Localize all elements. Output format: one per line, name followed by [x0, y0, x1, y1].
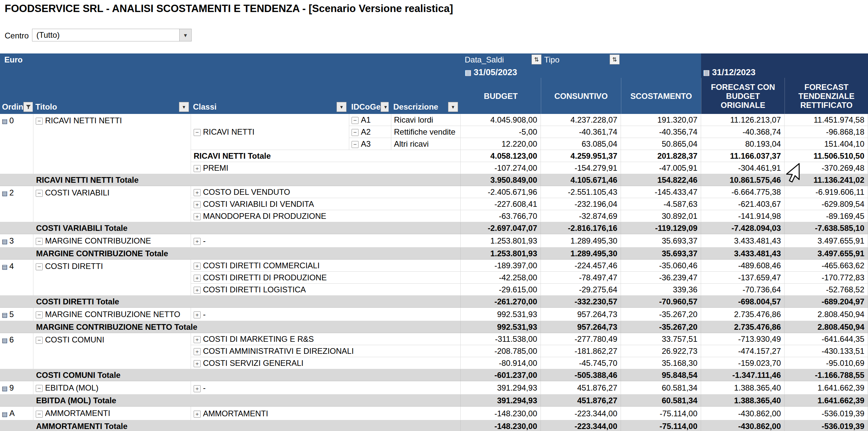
expand-icon[interactable]: +	[194, 287, 200, 294]
value-cell: 4.237.228,07	[541, 114, 621, 126]
group-total-label: AMMORTAMENTI Totale	[0, 420, 461, 431]
value-cell: -75.114,00	[621, 407, 701, 420]
descrizione-dropdown-button[interactable]: ▼	[448, 102, 458, 112]
expand-icon[interactable]: +	[194, 213, 200, 220]
expand-icon[interactable]: +	[194, 348, 200, 355]
value-cell: -148.230,00	[461, 407, 541, 420]
period-group-31-05-2023[interactable]: ▤ 31/05/2023	[465, 67, 517, 78]
ordin-cell: ▤0	[0, 114, 33, 174]
pivot-header: Euro Data_Saldi ⇅ Tipo ⇅ ▤ 31/05/2023 ▤ …	[0, 54, 868, 114]
expand-icon[interactable]: +	[194, 165, 200, 172]
titolo-cell: −RICAVI NETTI NETTI	[33, 114, 191, 174]
value-cell: -35.267,20	[621, 308, 701, 321]
outline-item-icon[interactable]: ▤	[2, 408, 8, 420]
collapse-icon[interactable]: −	[351, 129, 359, 136]
outline-item-icon[interactable]: ▤	[2, 115, 8, 127]
collapse-icon[interactable]: −	[36, 311, 43, 318]
value-cell: -6.664.775,38	[701, 186, 784, 198]
table-row: COSTI COMUNI Totale-601.237,00-505.388,4…	[0, 369, 868, 381]
value-cell: 391.294,93	[461, 381, 541, 395]
table-row: ▤4−COSTI DIRETTI+COSTI DIRETTI COMMERCIA…	[0, 260, 868, 271]
value-cell: 3.497.655,91	[784, 248, 868, 260]
titolo-cell: −COSTI VARIABILI	[33, 186, 191, 222]
expand-icon[interactable]: +	[194, 238, 200, 245]
expand-icon[interactable]: +	[194, 336, 200, 343]
expand-icon[interactable]: +	[194, 385, 200, 392]
classi-cell: +-	[191, 234, 461, 248]
expand-icon[interactable]: +	[194, 189, 200, 196]
collapse-icon[interactable]: −	[36, 263, 43, 270]
value-cell: 191.320,07	[621, 114, 701, 126]
outline-item-icon[interactable]: ▤	[2, 261, 8, 272]
outline-item-icon[interactable]: ▤	[2, 235, 8, 247]
collapse-icon[interactable]: −	[36, 118, 43, 125]
descrizione-cell: Altri ricavi	[391, 138, 461, 150]
outline-item-icon[interactable]: ▤	[2, 309, 8, 321]
idcoge-dropdown-button[interactable]: ▼	[380, 102, 389, 112]
value-cell: -430.133,51	[784, 345, 868, 357]
group-total-label: COSTI COMUNI Totale	[0, 369, 461, 381]
value-cell: 2.808.450,94	[784, 321, 868, 333]
collapse-icon[interactable]: −	[36, 385, 43, 392]
collapse-icon[interactable]: −	[36, 238, 43, 245]
classi-cell: +-	[191, 308, 461, 321]
value-cell: -2.816.176,16	[541, 222, 621, 234]
expand-icon[interactable]: +	[194, 411, 200, 418]
collapse-icon[interactable]: −	[36, 190, 43, 197]
value-cell: -181.862,27	[541, 345, 621, 357]
value-cell: -89.169,45	[784, 210, 868, 222]
value-cell: 391.294,93	[461, 395, 541, 407]
classi-cell: −RICAVI NETTI	[191, 114, 349, 150]
period-group-31-12-2023[interactable]: ▤ 31/12/2023	[703, 67, 755, 78]
collapse-icon[interactable]: −	[351, 141, 359, 148]
value-cell: -29.615,00	[461, 284, 541, 296]
value-cell: -304.461,91	[701, 162, 784, 174]
value-cell: -95.010,69	[784, 357, 868, 369]
group-total-label: COSTI VARIABILI Totale	[0, 222, 461, 234]
titolo-dropdown-button[interactable]: ▼	[179, 102, 189, 112]
expand-icon[interactable]: +	[194, 263, 200, 269]
expand-icon[interactable]: +	[194, 311, 200, 318]
outline-item-icon[interactable]: ▤	[2, 188, 8, 199]
expand-icon[interactable]: +	[194, 201, 200, 208]
classi-cell: +AMMORTAMENTI	[191, 407, 461, 420]
table-row: AMMORTAMENTI Totale-148.230,00-223.344,0…	[0, 420, 868, 431]
value-cell: -629.809,54	[784, 198, 868, 210]
collapse-icon[interactable]: −	[351, 117, 359, 124]
field-label-data-saldi: Data_Saldi	[465, 55, 504, 64]
filter-funnel-icon	[26, 104, 31, 110]
value-cell: -78.497,47	[541, 271, 621, 284]
centro-combobox[interactable]: (Tutto) ▼	[32, 29, 192, 41]
collapse-icon[interactable]: −	[194, 129, 200, 136]
pivot-data-grid: ▤0−RICAVI NETTI NETTI−RICAVI NETTI−A1Ric…	[0, 114, 868, 431]
ordin-cell: ▤5	[0, 308, 33, 321]
outline-item-icon[interactable]: ▤	[2, 335, 8, 346]
titolo-cell: −AMMORTAMENTI	[33, 407, 191, 420]
classi-dropdown-button[interactable]: ▼	[337, 102, 346, 112]
value-cell: -35.060,46	[621, 260, 701, 271]
titolo-cell: −COSTI COMUNI	[33, 333, 191, 369]
value-cell: -35.267,20	[621, 321, 701, 333]
expand-icon[interactable]: +	[194, 275, 200, 282]
data-saldi-sort-filter-button[interactable]: ⇅	[531, 54, 541, 64]
classi-cell: +COSTI DIRETTI COMMERCIALI	[191, 260, 461, 271]
expand-icon[interactable]: +	[194, 360, 200, 367]
page-title: FOODSERVICE SRL - ANALISI SCOSTAMENTI E …	[5, 3, 453, 15]
value-cell: -40.361,74	[541, 126, 621, 138]
collapse-icon[interactable]: −	[36, 337, 43, 344]
table-row: ▤5−MARGINE CONTRIBUZIONE NETTO+-992.531,…	[0, 308, 868, 321]
value-cell: 4.259.951,37	[541, 150, 621, 162]
value-cell: 1.289.495,30	[541, 248, 621, 260]
column-header-budget: BUDGET	[461, 78, 541, 114]
ordin-filter-button[interactable]	[23, 102, 33, 112]
outline-item-icon[interactable]: ▤	[2, 382, 8, 394]
value-cell: -159.023,70	[701, 357, 784, 369]
value-cell: 992.531,93	[461, 308, 541, 321]
table-row: ▤6−COSTI COMUNI+COSTI DI MARKETING E R&S…	[0, 333, 868, 345]
value-cell: 1.641.662,39	[784, 381, 868, 395]
tipo-sort-filter-button[interactable]: ⇅	[610, 54, 620, 64]
collapse-icon[interactable]: −	[36, 411, 43, 418]
ordin-cell: ▤9	[0, 381, 33, 395]
column-header-forecast-tendenziale-rettificato: FORECAST TENDENZIALE RETTIFICATO	[784, 78, 868, 114]
chevron-down-icon[interactable]: ▼	[179, 29, 191, 41]
